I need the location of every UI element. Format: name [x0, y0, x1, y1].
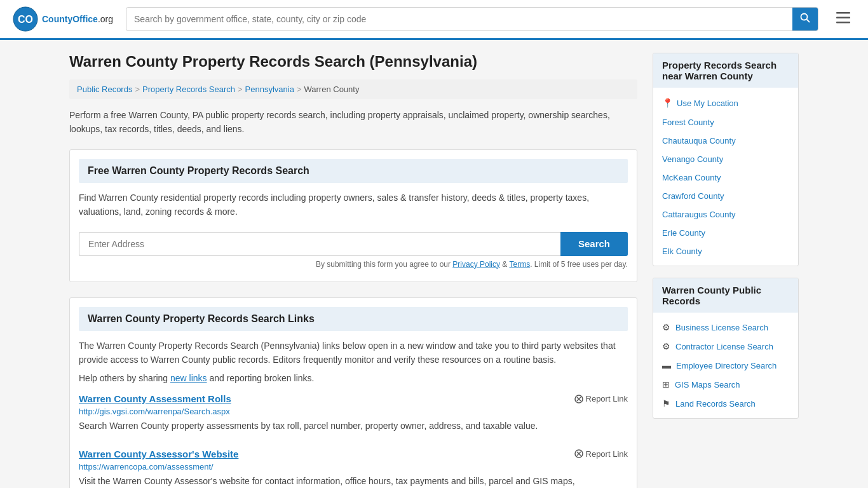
- contractor-license-link[interactable]: Contractor License Search: [675, 342, 773, 351]
- breadcrumb-pennsylvania[interactable]: Pennsylvania: [245, 85, 294, 94]
- contractor-license-icon: ⚙: [662, 341, 670, 351]
- svg-line-3: [807, 20, 810, 23]
- sidebar-nearby-title: Property Records Search near Warren Coun…: [653, 53, 798, 88]
- sidebar-record-1: ⚙ Contractor License Search: [653, 337, 798, 356]
- links-desc: The Warren County Property Records Searc…: [79, 339, 628, 367]
- link-desc-0: Search Warren County property assessment…: [79, 419, 628, 433]
- sidebar-county-7: Elk County: [653, 242, 798, 261]
- sidebar-county-2: Venango County: [653, 150, 798, 168]
- breadcrumb-property-records[interactable]: Property Records Search: [142, 85, 235, 94]
- sidebar-county-link-1[interactable]: Chautauqua County: [662, 136, 736, 146]
- link-url-0[interactable]: http://gis.vgsi.com/warrenpa/Search.aspx: [79, 407, 628, 416]
- links-section: Warren County Property Records Search Li…: [69, 297, 637, 488]
- link-item-1: Warren County Assessor's Website Report …: [79, 449, 628, 488]
- report-icon-0: [574, 395, 583, 403]
- sidebar-county-link-7[interactable]: Elk County: [662, 247, 702, 256]
- free-search-section: Free Warren County Property Records Sear…: [69, 149, 637, 282]
- sidebar-record-0: ⚙ Business License Search: [653, 318, 798, 337]
- use-my-location-link[interactable]: Use My Location: [677, 98, 738, 108]
- menu-button[interactable]: [831, 8, 855, 30]
- breadcrumb-warren-county: Warren County: [304, 85, 360, 94]
- gis-maps-link[interactable]: GIS Maps Search: [675, 380, 740, 390]
- sidebar-county-5: Cattaraugus County: [653, 205, 798, 224]
- breadcrumb-public-records[interactable]: Public Records: [77, 85, 132, 94]
- sidebar-public-records-list: ⚙ Business License Search ⚙ Contractor L…: [653, 313, 798, 418]
- breadcrumb-sep-1: >: [135, 85, 140, 94]
- report-link-btn-0[interactable]: Report Link: [574, 394, 628, 403]
- report-icon-1: [574, 449, 583, 458]
- business-license-link[interactable]: Business License Search: [675, 323, 768, 332]
- breadcrumb-sep-2: >: [238, 85, 243, 94]
- breadcrumb: Public Records > Property Records Search…: [69, 79, 637, 99]
- land-records-link[interactable]: Land Records Search: [675, 399, 756, 409]
- new-links-link[interactable]: new links: [170, 373, 207, 383]
- sidebar-nearby-list: 📍 Use My Location Forest County Chautauq…: [653, 88, 798, 266]
- links-section-heading: Warren County Property Records Search Li…: [79, 307, 628, 331]
- report-link-btn-1[interactable]: Report Link: [574, 449, 628, 459]
- svg-point-2: [801, 14, 808, 20]
- sidebar-county-0: Forest County: [653, 113, 798, 132]
- terms-link[interactable]: Terms: [509, 260, 530, 269]
- sidebar-nearby-section: Property Records Search near Warren Coun…: [653, 53, 799, 266]
- breadcrumb-sep-3: >: [297, 85, 302, 94]
- free-search-heading: Free Warren County Property Records Sear…: [79, 159, 628, 183]
- sidebar-county-6: Erie County: [653, 224, 798, 242]
- link-title-1[interactable]: Warren County Assessor's Website: [79, 449, 238, 459]
- logo-icon: CO: [13, 6, 38, 32]
- sidebar-county-3: McKean County: [653, 168, 798, 187]
- sidebar-county-4: Crawford County: [653, 187, 798, 205]
- header-search-button[interactable]: [792, 8, 818, 30]
- employee-directory-icon: ▬: [662, 360, 671, 370]
- sidebar-record-2: ▬ Employee Directory Search: [653, 356, 798, 375]
- sidebar-record-4: ⚑ Land Records Search: [653, 394, 798, 413]
- free-search-desc: Find Warren County residential property …: [79, 191, 628, 219]
- svg-rect-4: [836, 12, 850, 14]
- link-item-0: Warren County Assessment Rolls Report Li…: [79, 393, 628, 433]
- sidebar-public-records-title: Warren County Public Records: [653, 278, 798, 313]
- link-title-0[interactable]: Warren County Assessment Rolls: [79, 393, 231, 404]
- hamburger-icon: [836, 12, 850, 24]
- search-button[interactable]: Search: [560, 232, 628, 256]
- form-note: By submitting this form you agree to our…: [79, 260, 628, 269]
- page-description: Perform a free Warren County, PA public …: [69, 108, 637, 137]
- svg-text:CO: CO: [18, 14, 33, 25]
- address-input[interactable]: [79, 232, 560, 256]
- share-line: Help others by sharing new links and rep…: [79, 373, 628, 383]
- sidebar-use-my-location[interactable]: 📍 Use My Location: [653, 93, 798, 113]
- logo[interactable]: CO CountyOffice.org: [13, 6, 113, 32]
- sidebar-county-link-2[interactable]: Venango County: [662, 154, 723, 164]
- address-search-form: Search By submitting this form you agree…: [79, 232, 628, 269]
- header-search-bar: [126, 7, 818, 31]
- svg-rect-6: [836, 22, 850, 24]
- sidebar-county-link-3[interactable]: McKean County: [662, 173, 721, 182]
- header-search-input[interactable]: [126, 9, 792, 29]
- gis-maps-icon: ⊞: [662, 379, 670, 390]
- privacy-policy-link[interactable]: Privacy Policy: [452, 260, 500, 269]
- sidebar: Property Records Search near Warren Coun…: [653, 53, 799, 488]
- business-license-icon: ⚙: [662, 322, 670, 332]
- svg-rect-5: [836, 17, 850, 19]
- sidebar-county-link-5[interactable]: Cattaraugus County: [662, 210, 736, 219]
- location-pin-icon: 📍: [662, 98, 673, 108]
- sidebar-county-link-4[interactable]: Crawford County: [662, 191, 724, 201]
- search-icon: [800, 13, 810, 23]
- link-url-1[interactable]: https://warrencopa.com/assessment/: [79, 462, 628, 471]
- sidebar-public-records-section: Warren County Public Records ⚙ Business …: [653, 278, 799, 419]
- link-desc-1: Visit the Warren County Assessor's websi…: [79, 474, 628, 488]
- sidebar-county-link-0[interactable]: Forest County: [662, 118, 714, 127]
- logo-text: CountyOffice.org: [42, 14, 113, 24]
- employee-directory-link[interactable]: Employee Directory Search: [676, 361, 776, 370]
- land-records-icon: ⚑: [662, 398, 670, 409]
- sidebar-county-1: Chautauqua County: [653, 132, 798, 150]
- sidebar-record-3: ⊞ GIS Maps Search: [653, 375, 798, 394]
- sidebar-county-link-6[interactable]: Erie County: [662, 228, 705, 238]
- page-title: Warren County Property Records Search (P…: [69, 53, 637, 71]
